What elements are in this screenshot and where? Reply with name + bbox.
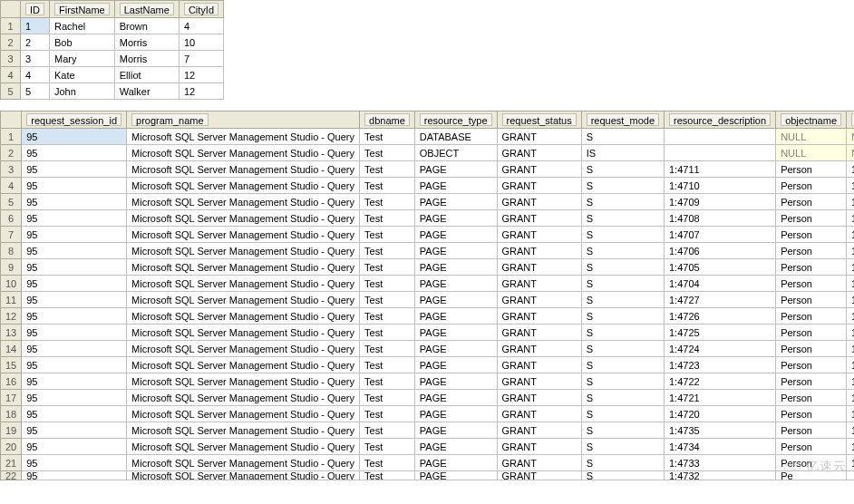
row-header[interactable]: 17 (1, 390, 22, 406)
cell-LastName[interactable]: Morris (114, 34, 179, 51)
cell-request_status[interactable]: GRANT (497, 161, 581, 178)
cell-request_session_id[interactable]: 95 (22, 145, 127, 161)
row-header[interactable]: 2 (1, 34, 21, 51)
row-header[interactable]: 12 (1, 308, 22, 325)
cell-request_status[interactable]: GRANT (497, 439, 581, 455)
cell-request_session_id[interactable]: 95 (22, 471, 127, 480)
cell-dbname[interactable]: Test (360, 145, 415, 161)
cell-resource_type[interactable]: PAGE (414, 161, 497, 178)
cell-dbname[interactable]: Test (360, 227, 415, 243)
cell-objectname[interactable]: Person (776, 325, 847, 341)
cell-request_session_id[interactable]: 95 (22, 439, 127, 455)
column-header-request_mode[interactable]: request_mode (581, 111, 664, 129)
table-row[interactable]: 44KateElliot12 (1, 67, 224, 83)
column-header-ID[interactable]: ID (21, 1, 50, 18)
cell-index_id[interactable]: 1 (847, 259, 855, 276)
cell-request_session_id[interactable]: 95 (22, 373, 127, 390)
cell-objectname[interactable]: Person (776, 276, 847, 292)
row-header[interactable]: 8 (1, 243, 22, 259)
cell-index_id[interactable]: 1 (847, 308, 855, 325)
row-header[interactable]: 4 (1, 178, 22, 194)
cell-request_session_id[interactable]: 95 (22, 325, 127, 341)
row-header[interactable]: 18 (1, 406, 22, 422)
cell-dbname[interactable]: Test (360, 194, 415, 210)
cell-resource_description[interactable]: 1:4735 (665, 422, 776, 439)
cell-request_session_id[interactable]: 95 (22, 308, 127, 325)
cell-dbname[interactable]: Test (360, 390, 415, 406)
cell-request_session_id[interactable]: 95 (22, 259, 127, 276)
cell-index_id[interactable]: 1 (847, 455, 855, 471)
cell-ID[interactable]: 4 (21, 67, 50, 83)
cell-request_mode[interactable]: IS (581, 145, 664, 161)
row-header[interactable]: 1 (1, 129, 22, 145)
cell-objectname[interactable]: Pe (776, 471, 847, 480)
cell-dbname[interactable]: Test (360, 406, 415, 422)
cell-request_session_id[interactable]: 95 (22, 390, 127, 406)
cell-objectname[interactable]: Person (776, 227, 847, 243)
cell-request_status[interactable]: GRANT (497, 276, 581, 292)
cell-dbname[interactable]: Test (360, 455, 415, 471)
cell-resource_description[interactable]: 1:4732 (665, 471, 776, 480)
cell-program_name[interactable]: Microsoft SQL Server Management Studio -… (127, 145, 360, 161)
cell-objectname[interactable]: Person (776, 259, 847, 276)
cell-dbname[interactable]: Test (360, 341, 415, 357)
cell-CityId[interactable]: 7 (179, 51, 223, 67)
column-header-request_status[interactable]: request_status (497, 111, 581, 129)
cell-LastName[interactable]: Walker (114, 83, 179, 100)
cell-request_session_id[interactable]: 95 (22, 341, 127, 357)
cell-resource_type[interactable]: PAGE (414, 422, 497, 439)
cell-request_mode[interactable]: S (581, 292, 664, 308)
table-row[interactable]: 55JohnWalker12 (1, 83, 224, 100)
cell-request_status[interactable]: GRANT (497, 422, 581, 439)
row-header[interactable]: 15 (1, 357, 22, 373)
cell-resource_description[interactable]: 1:4727 (665, 292, 776, 308)
table-row[interactable]: 11RachelBrown4 (1, 18, 224, 34)
cell-resource_description[interactable]: 1:4733 (665, 455, 776, 471)
cell-dbname[interactable]: Test (360, 292, 415, 308)
row-header[interactable]: 5 (1, 194, 22, 210)
cell-resource_description[interactable]: 1:4726 (665, 308, 776, 325)
cell-request_mode[interactable]: S (581, 243, 664, 259)
cell-request_mode[interactable]: S (581, 194, 664, 210)
cell-program_name[interactable]: Microsoft SQL Server Management Studio -… (127, 276, 360, 292)
cell-index_id[interactable]: 1 (847, 406, 855, 422)
column-header-CityId[interactable]: CityId (179, 1, 223, 18)
row-header[interactable]: 2 (1, 145, 22, 161)
cell-objectname[interactable]: Person (776, 341, 847, 357)
cell-resource_type[interactable]: PAGE (414, 292, 497, 308)
cell-resource_type[interactable]: PAGE (414, 325, 497, 341)
cell-index_id[interactable]: 1 (847, 357, 855, 373)
table-row[interactable]: 595Microsoft SQL Server Management Studi… (1, 194, 855, 210)
cell-resource_type[interactable]: PAGE (414, 308, 497, 325)
row-header[interactable]: 14 (1, 341, 22, 357)
cell-program_name[interactable]: Microsoft SQL Server Management Studio -… (127, 390, 360, 406)
cell-resource_description[interactable]: 1:4707 (665, 227, 776, 243)
cell-objectname[interactable]: NULL (776, 129, 847, 145)
cell-resource_type[interactable]: PAGE (414, 259, 497, 276)
table-row[interactable]: 22BobMorris10 (1, 34, 224, 51)
cell-resource_description[interactable]: 1:4708 (665, 210, 776, 227)
cell-resource_description[interactable]: 1:4720 (665, 406, 776, 422)
cell-request_mode[interactable]: S (581, 259, 664, 276)
cell-request_status[interactable]: GRANT (497, 145, 581, 161)
row-header[interactable]: 22 (1, 471, 22, 480)
column-header-objectname[interactable]: objectname (776, 111, 847, 129)
cell-program_name[interactable]: Microsoft SQL Server Management Studio -… (127, 406, 360, 422)
cell-LastName[interactable]: Brown (114, 18, 179, 34)
cell-index_id[interactable]: NULL (847, 129, 855, 145)
table-row[interactable]: 1695Microsoft SQL Server Management Stud… (1, 373, 855, 390)
cell-dbname[interactable]: Test (360, 439, 415, 455)
table-row[interactable]: 495Microsoft SQL Server Management Studi… (1, 178, 855, 194)
cell-request_session_id[interactable]: 95 (22, 357, 127, 373)
cell-resource_description[interactable]: 1:4706 (665, 243, 776, 259)
cell-request_status[interactable]: GRANT (497, 194, 581, 210)
cell-request_status[interactable]: GRANT (497, 227, 581, 243)
cell-index_id[interactable]: 1 (847, 325, 855, 341)
cell-resource_description[interactable]: 1:4723 (665, 357, 776, 373)
cell-objectname[interactable]: Person (776, 422, 847, 439)
cell-resource_type[interactable]: PAGE (414, 406, 497, 422)
cell-resource_type[interactable]: PAGE (414, 243, 497, 259)
cell-index_id[interactable]: 1 (847, 210, 855, 227)
cell-request_mode[interactable]: S (581, 227, 664, 243)
cell-objectname[interactable]: Person (776, 406, 847, 422)
